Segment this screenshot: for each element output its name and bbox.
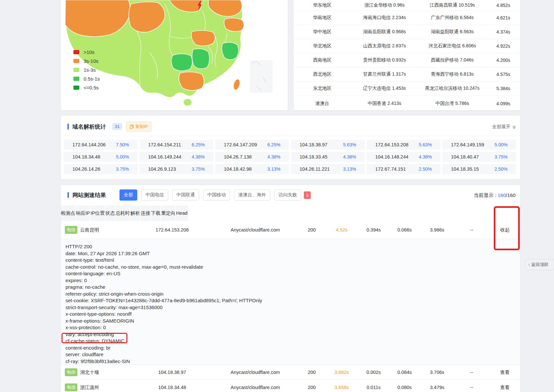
connect-time: 0.080s: [389, 385, 420, 390]
ip-location: Anycast/cloudflare.com: [212, 385, 298, 390]
ip-count-badge: 31: [112, 123, 122, 130]
node-name: 浙江温州: [80, 384, 99, 391]
connect-time: 0.084s: [389, 370, 420, 375]
resolved-ip-cell[interactable]: 172.64.144.206 7.50%: [64, 140, 138, 150]
region-row: 港澳台 中国香港 2.413s 中国台湾 5.786s 4.099s: [294, 96, 520, 110]
china-latency-map-card: >10s 3s-10s 1s-3s 0.5s-1s: [61, 0, 288, 110]
ip-percentage: 3.75%: [192, 166, 205, 172]
column-header: IP位置: [91, 206, 105, 221]
ip-address: 104.26.7.138: [224, 154, 252, 159]
http-header-line: server: cloudflare: [66, 351, 520, 358]
region-average: 4.621s: [487, 15, 520, 20]
expand-all-link[interactable]: 全部展开: [492, 124, 516, 130]
region-average: 5.384s: [487, 86, 520, 91]
ip-percentage: 4.38%: [343, 154, 356, 159]
tab-all[interactable]: 全部: [119, 189, 137, 201]
column-header: 重定向: [161, 206, 175, 221]
resolved-ip-cell[interactable]: 172.64.149.159 5.00%: [442, 140, 516, 150]
resolved-ip-cell[interactable]: 104.26.7.138 4.38%: [215, 152, 289, 162]
resolved-ip-cell[interactable]: 104.18.33.45 4.38%: [291, 152, 365, 162]
status-code: 200: [299, 385, 325, 390]
region-name: 华中地区: [294, 29, 351, 35]
http-header-line: date: Mon, 27 Apr 2026 17:39:26 GMT: [66, 250, 520, 257]
speed-results-card: 网站测速结果 全部 中国电信 中国联通 中国移动 港澳台、海外 访问失败 3 当…: [61, 185, 520, 392]
resolved-ip-cell[interactable]: 172.64.154.211 6.25%: [140, 140, 213, 150]
results-section-title: 网站测速结果: [72, 191, 106, 199]
section-accent-bar: [67, 192, 69, 198]
legend-label: 1s-3s: [84, 67, 96, 73]
legend-item: 3s-10s: [73, 57, 100, 65]
head-view-link[interactable]: 查看: [490, 369, 520, 376]
ip-address: 104.18.38.97: [300, 142, 328, 147]
resolved-ip-cell[interactable]: 104.16.148.244 4.38%: [367, 152, 440, 162]
region-fastest: 甘肃兰州联通 1.317s: [351, 71, 418, 77]
region-fastest: 海南海口电信 2.234s: [351, 15, 418, 21]
http-header-line: x-xss-protection: 0: [66, 324, 520, 331]
region-slowest: 河北石家庄电信 6.806s: [418, 43, 487, 49]
region-name: 西北地区: [294, 71, 351, 77]
redirect-value: --: [454, 385, 489, 390]
tab-china-unicom[interactable]: 中国联通: [172, 189, 199, 201]
http-header-line: content-language: en-US: [66, 270, 520, 277]
dns-time: 0.002s: [359, 370, 388, 375]
tab-overseas[interactable]: 港澳台、海外: [234, 189, 270, 201]
region-row: 华中地区 湖南岳阳联通 0.968s 湖南益阳联通 6.563s 4.374s: [294, 25, 520, 39]
ip-address: 172.64.154.211: [148, 142, 181, 147]
resolved-ip-cell[interactable]: 104.26.11.221 3.13%: [291, 164, 365, 174]
region-latency-table-card: 华东地区 浙江金华移动 0.96s 江西南昌联通 10.519s 4.852s …: [294, 0, 520, 110]
ip-address: 104.18.40.47: [451, 154, 479, 159]
node-name: 云南昆明: [80, 227, 99, 233]
ip-location: Anycast/cloudflare.com: [212, 227, 298, 233]
http-header-line: cf-cache-status: DYNAMIC: [66, 338, 520, 345]
legend-item: 0.5s-1s: [73, 74, 100, 83]
download-time: 3.986s: [421, 227, 454, 233]
ip-percentage: 2.50%: [419, 166, 432, 172]
tab-china-telecom[interactable]: 中国电信: [141, 189, 168, 201]
total-time: 3.882s: [325, 370, 358, 375]
ip-address: 104.18.33.45: [300, 154, 328, 159]
resolved-ip-cell[interactable]: 172.64.153.208 5.63%: [367, 140, 440, 150]
tab-failed[interactable]: 访问失败: [274, 189, 301, 201]
http-header-line: cache-control: no-cache, no-store, max-a…: [66, 264, 520, 271]
response-ip: 104.18.34.48: [133, 385, 212, 390]
head-view-link[interactable]: 查看: [490, 384, 520, 391]
region-name: 港澳台: [294, 101, 351, 107]
copy-ip-button[interactable]: 复制IP: [126, 122, 151, 132]
resolved-ip-cell[interactable]: 104.18.34.48 5.00%: [64, 152, 138, 162]
resolved-ip-cell[interactable]: 104.18.35.15 2.50%: [442, 164, 516, 174]
tab-china-mobile[interactable]: 中国移动: [203, 189, 230, 201]
isp-badge: 电信: [65, 368, 77, 376]
result-row-zhejiang-wenzhou: 电信浙江温州 104.18.34.48 Anycast/cloudflare.c…: [61, 380, 520, 392]
resolved-ip-cell[interactable]: 104.18.42.98 3.13%: [215, 164, 289, 174]
resolved-ip-cell[interactable]: 104.26.9.123 3.75%: [140, 164, 213, 174]
region-row: 华东地区 浙江金华移动 0.96s 江西南昌联通 10.519s 4.852s: [294, 0, 520, 11]
response-ip: 172.64.153.208: [133, 227, 212, 233]
region-row: 东北地区 辽宁大连电信 1.453s 黑龙江哈尔滨移动 10.247s 5.38…: [294, 82, 520, 96]
ip-address: 172.67.74.151: [375, 166, 406, 172]
resolved-ip-cell[interactable]: 104.16.149.244 4.38%: [140, 152, 213, 162]
resolved-ip-cell[interactable]: 104.18.40.47 3.75%: [442, 152, 516, 162]
head-collapse-link[interactable]: 收起: [490, 227, 520, 233]
region-slowest: 中国台湾 5.786s: [418, 101, 487, 107]
column-header: 总耗时: [116, 206, 130, 221]
column-header: 下载: [151, 206, 160, 221]
region-average: 4.922s: [487, 43, 520, 49]
http-header-line: x-content-type-options: nosniff: [66, 311, 520, 318]
resolved-ip-grid: 172.64.144.206 7.50% 172.64.154.211 6.25…: [64, 140, 516, 174]
region-row: 华南地区 海南海口电信 2.234s 广东广州移动 6.564s 4.621s: [294, 11, 520, 25]
ip-address: 104.18.35.15: [451, 166, 479, 172]
legend-label: 3s-10s: [84, 58, 98, 64]
back-to-top-button[interactable]: ↑ 返回顶部: [525, 259, 554, 270]
resolved-ip-cell[interactable]: 104.18.38.97 5.63%: [291, 140, 365, 150]
ip-percentage: 4.38%: [267, 154, 280, 159]
region-slowest: 青海西宁移动 6.813s: [418, 71, 487, 77]
region-name: 华东地区: [294, 2, 351, 8]
display-current: 160: [498, 192, 506, 198]
resolved-ip-cell[interactable]: 104.26.14.26 3.75%: [64, 164, 138, 174]
ip-percentage: 3.13%: [267, 166, 280, 172]
divider: [61, 136, 520, 136]
region-slowest: 黑龙江哈尔滨移动 10.247s: [418, 86, 487, 91]
resolved-ip-cell[interactable]: 172.64.147.209 6.25%: [215, 140, 289, 150]
column-header: 响应IP: [76, 206, 90, 221]
resolved-ip-cell[interactable]: 172.67.74.151 2.50%: [367, 164, 440, 174]
